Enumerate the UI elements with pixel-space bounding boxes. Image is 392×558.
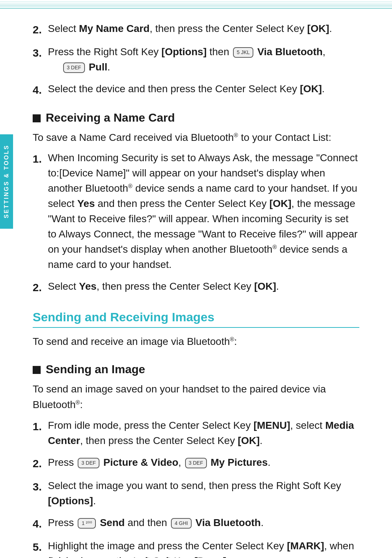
list-item: 5. Highlight the image and press the Cen… [33,538,359,558]
step-content: Press 3 DEF Picture & Video, 3 DEF My Pi… [48,455,359,470]
receiving-name-card-heading: Receiving a Name Card [33,111,359,125]
step-number: 3. [33,44,48,61]
step-number: 5. [33,538,48,555]
step-content: When Incoming Security is set to Always … [48,150,359,272]
top-line-4 [0,7,392,7]
step-number: 2. [33,279,48,296]
step-content: Press the Right Soft Key [Options] then … [48,44,359,75]
step-content: Select the image you want to send, then … [48,478,359,509]
heading-text: Receiving a Name Card [46,111,175,125]
sending-image-intro: To send an image saved on your handset t… [33,381,359,413]
side-tab: SETTINGS & TOOLS [0,134,13,229]
step-number: 2. [33,21,48,38]
step-content: Select My Name Card, then press the Cent… [48,21,359,36]
key-badge-3def-a: 3 DEF [78,458,99,468]
list-item: 1. From idle mode, press the Center Sele… [33,418,359,448]
heading-text: Sending an Image [46,363,145,376]
step-number: 4. [33,515,48,532]
step-content: Highlight the image and press the Center… [48,538,359,558]
side-tab-label: SETTINGS & TOOLS [3,144,10,218]
step-number: 3. [33,478,48,495]
top-decorative-lines [0,0,392,10]
list-item: 2. Select My Name Card, then press the C… [33,21,359,38]
heading-square-icon [33,366,41,374]
step-number: 1. [33,418,48,435]
step-content: From idle mode, press the Center Select … [48,418,359,448]
list-item: 3. Select the image you want to send, th… [33,478,359,509]
sending-receiving-intro: To send and receive an image via Bluetoo… [33,334,359,349]
key-badge-3def-b: 3 DEF [185,458,207,468]
list-item: 2. Press 3 DEF Picture & Video, 3 DEF My… [33,455,359,472]
receiving-intro: To save a Name Card received via Bluetoo… [33,130,359,145]
list-item: 2. Select Yes, then press the Center Sel… [33,279,359,296]
top-line-3 [0,5,392,5]
step-number: 4. [33,81,48,98]
top-line-2 [0,3,392,4]
list-item: 3. Press the Right Soft Key [Options] th… [33,44,359,75]
key-badge-1: 1 ²⁰⁰ [78,518,96,529]
step-content: Press 1 ²⁰⁰ Send and then 4 GHI Via Blue… [48,515,359,530]
main-content: 2. Select My Name Card, then press the C… [0,10,392,558]
list-item: 4. Press 1 ²⁰⁰ Send and then 4 GHI Via B… [33,515,359,532]
step-number: 2. [33,455,48,472]
sending-receiving-section: Sending and Receiving Images [33,310,359,328]
key-badge-4ghi: 4 GHI [171,518,192,529]
major-section-title: Sending and Receiving Images [33,310,215,324]
sending-image-heading: Sending an Image [33,363,359,376]
step-content: Select the device and then press the Cen… [48,81,359,97]
top-line-5 [0,8,392,9]
top-line-1 [0,1,392,2]
step-number: 1. [33,150,48,167]
page-container: SETTINGS & TOOLS 2. Select My Name Card,… [0,0,392,558]
list-item: 1. When Incoming Security is set to Alwa… [33,150,359,272]
step-content: Select Yes, then press the Center Select… [48,279,359,294]
list-item: 4. Select the device and then press the … [33,81,359,98]
key-badge-5jkl: 5 JKL [233,47,253,58]
key-badge-3def: 3 DEF [63,62,85,73]
heading-square-icon [33,114,41,122]
